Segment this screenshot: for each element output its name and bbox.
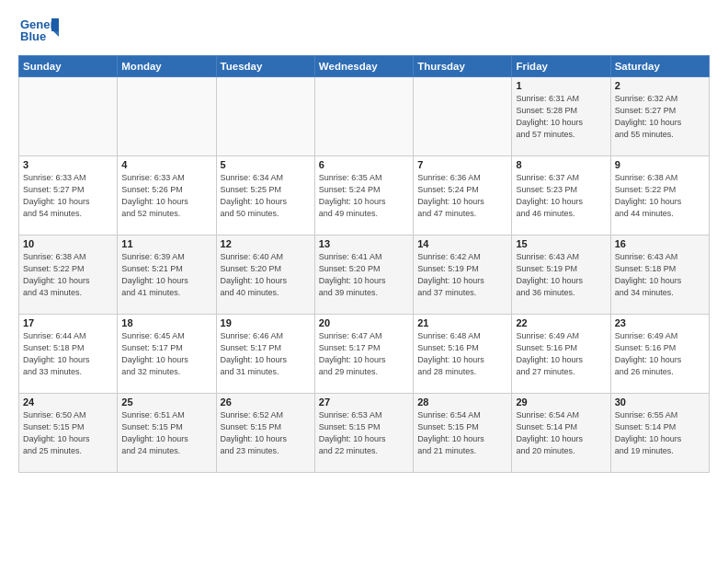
calendar-cell: 15Sunrise: 6:43 AM Sunset: 5:19 PM Dayli… bbox=[512, 236, 610, 315]
day-info: Sunrise: 6:49 AM Sunset: 5:16 PM Dayligh… bbox=[615, 330, 705, 378]
calendar-week-4: 24Sunrise: 6:50 AM Sunset: 5:15 PM Dayli… bbox=[19, 394, 710, 473]
calendar-cell: 23Sunrise: 6:49 AM Sunset: 5:16 PM Dayli… bbox=[610, 315, 709, 394]
day-number: 2 bbox=[615, 80, 705, 91]
day-number: 26 bbox=[221, 396, 311, 408]
calendar-cell: 29Sunrise: 6:54 AM Sunset: 5:14 PM Dayli… bbox=[512, 394, 610, 473]
day-number: 29 bbox=[516, 396, 606, 408]
day-number: 14 bbox=[417, 238, 507, 249]
day-info: Sunrise: 6:32 AM Sunset: 5:27 PM Dayligh… bbox=[615, 93, 705, 141]
day-info: Sunrise: 6:33 AM Sunset: 5:26 PM Dayligh… bbox=[121, 172, 211, 220]
day-number: 4 bbox=[121, 159, 211, 170]
weekday-header-wednesday: Wednesday bbox=[314, 56, 413, 77]
day-number: 1 bbox=[516, 80, 606, 91]
calendar-cell: 21Sunrise: 6:48 AM Sunset: 5:16 PM Dayli… bbox=[414, 315, 512, 394]
calendar-body: 1Sunrise: 6:31 AM Sunset: 5:28 PM Daylig… bbox=[19, 77, 710, 473]
calendar-cell: 16Sunrise: 6:43 AM Sunset: 5:18 PM Dayli… bbox=[610, 236, 709, 315]
calendar-cell bbox=[19, 77, 118, 156]
day-number: 24 bbox=[23, 396, 113, 408]
day-info: Sunrise: 6:43 AM Sunset: 5:18 PM Dayligh… bbox=[615, 251, 705, 299]
day-number: 5 bbox=[221, 159, 311, 170]
day-number: 10 bbox=[23, 238, 113, 249]
calendar-cell: 4Sunrise: 6:33 AM Sunset: 5:26 PM Daylig… bbox=[118, 156, 216, 236]
day-info: Sunrise: 6:36 AM Sunset: 5:24 PM Dayligh… bbox=[417, 172, 507, 220]
weekday-header-tuesday: Tuesday bbox=[216, 56, 314, 77]
day-number: 27 bbox=[319, 396, 409, 408]
calendar-cell: 12Sunrise: 6:40 AM Sunset: 5:20 PM Dayli… bbox=[216, 236, 314, 315]
calendar-cell: 14Sunrise: 6:42 AM Sunset: 5:19 PM Dayli… bbox=[414, 236, 512, 315]
day-info: Sunrise: 6:53 AM Sunset: 5:15 PM Dayligh… bbox=[319, 409, 409, 457]
weekday-header-friday: Friday bbox=[512, 56, 610, 77]
calendar-cell: 13Sunrise: 6:41 AM Sunset: 5:20 PM Dayli… bbox=[314, 236, 413, 315]
day-number: 23 bbox=[615, 317, 705, 328]
weekday-row: SundayMondayTuesdayWednesdayThursdayFrid… bbox=[19, 56, 710, 77]
day-info: Sunrise: 6:51 AM Sunset: 5:15 PM Dayligh… bbox=[121, 409, 211, 457]
day-number: 17 bbox=[23, 317, 113, 328]
day-number: 15 bbox=[516, 238, 606, 249]
calendar-cell: 19Sunrise: 6:46 AM Sunset: 5:17 PM Dayli… bbox=[216, 315, 314, 394]
day-info: Sunrise: 6:48 AM Sunset: 5:16 PM Dayligh… bbox=[417, 330, 507, 378]
calendar-cell bbox=[216, 77, 314, 156]
day-number: 18 bbox=[121, 317, 211, 328]
weekday-header-sunday: Sunday bbox=[19, 56, 118, 77]
day-info: Sunrise: 6:40 AM Sunset: 5:20 PM Dayligh… bbox=[221, 251, 311, 299]
day-info: Sunrise: 6:45 AM Sunset: 5:17 PM Dayligh… bbox=[121, 330, 211, 378]
day-info: Sunrise: 6:49 AM Sunset: 5:16 PM Dayligh… bbox=[516, 330, 606, 378]
day-info: Sunrise: 6:42 AM Sunset: 5:19 PM Dayligh… bbox=[417, 251, 507, 299]
calendar-cell bbox=[314, 77, 413, 156]
day-number: 20 bbox=[319, 317, 409, 328]
calendar-week-2: 10Sunrise: 6:38 AM Sunset: 5:22 PM Dayli… bbox=[19, 236, 710, 315]
day-number: 3 bbox=[23, 159, 113, 170]
svg-text:Blue: Blue bbox=[20, 29, 46, 43]
day-info: Sunrise: 6:44 AM Sunset: 5:18 PM Dayligh… bbox=[23, 330, 113, 378]
day-number: 19 bbox=[221, 317, 311, 328]
calendar-cell: 30Sunrise: 6:55 AM Sunset: 5:14 PM Dayli… bbox=[610, 394, 709, 473]
day-info: Sunrise: 6:34 AM Sunset: 5:25 PM Dayligh… bbox=[221, 172, 311, 220]
calendar-cell bbox=[414, 77, 512, 156]
day-number: 28 bbox=[417, 396, 507, 408]
calendar-cell: 17Sunrise: 6:44 AM Sunset: 5:18 PM Dayli… bbox=[19, 315, 118, 394]
day-info: Sunrise: 6:43 AM Sunset: 5:19 PM Dayligh… bbox=[516, 251, 606, 299]
calendar-cell: 1Sunrise: 6:31 AM Sunset: 5:28 PM Daylig… bbox=[512, 77, 610, 156]
calendar-cell: 28Sunrise: 6:54 AM Sunset: 5:15 PM Dayli… bbox=[414, 394, 512, 473]
calendar-cell: 2Sunrise: 6:32 AM Sunset: 5:27 PM Daylig… bbox=[610, 77, 709, 156]
calendar-cell: 10Sunrise: 6:38 AM Sunset: 5:22 PM Dayli… bbox=[19, 236, 118, 315]
page-header: General Blue bbox=[18, 15, 710, 48]
day-info: Sunrise: 6:47 AM Sunset: 5:17 PM Dayligh… bbox=[319, 330, 409, 378]
calendar-cell: 20Sunrise: 6:47 AM Sunset: 5:17 PM Dayli… bbox=[314, 315, 413, 394]
day-number: 22 bbox=[516, 317, 606, 328]
weekday-header-thursday: Thursday bbox=[414, 56, 512, 77]
logo-icon: General Blue bbox=[18, 15, 59, 48]
svg-marker-3 bbox=[51, 18, 59, 31]
day-number: 30 bbox=[615, 396, 705, 408]
day-number: 7 bbox=[417, 159, 507, 170]
calendar-cell: 8Sunrise: 6:37 AM Sunset: 5:23 PM Daylig… bbox=[512, 156, 610, 236]
calendar-header: SundayMondayTuesdayWednesdayThursdayFrid… bbox=[19, 56, 710, 77]
calendar-cell: 25Sunrise: 6:51 AM Sunset: 5:15 PM Dayli… bbox=[118, 394, 216, 473]
calendar-cell: 18Sunrise: 6:45 AM Sunset: 5:17 PM Dayli… bbox=[118, 315, 216, 394]
day-number: 13 bbox=[319, 238, 409, 249]
day-info: Sunrise: 6:31 AM Sunset: 5:28 PM Dayligh… bbox=[516, 93, 606, 141]
weekday-header-monday: Monday bbox=[118, 56, 216, 77]
day-number: 21 bbox=[417, 317, 507, 328]
day-info: Sunrise: 6:38 AM Sunset: 5:22 PM Dayligh… bbox=[23, 251, 113, 299]
calendar-cell: 26Sunrise: 6:52 AM Sunset: 5:15 PM Dayli… bbox=[216, 394, 314, 473]
day-info: Sunrise: 6:38 AM Sunset: 5:22 PM Dayligh… bbox=[615, 172, 705, 220]
day-info: Sunrise: 6:37 AM Sunset: 5:23 PM Dayligh… bbox=[516, 172, 606, 220]
calendar: SundayMondayTuesdayWednesdayThursdayFrid… bbox=[18, 55, 710, 473]
weekday-header-saturday: Saturday bbox=[610, 56, 709, 77]
day-number: 12 bbox=[221, 238, 311, 249]
calendar-cell: 9Sunrise: 6:38 AM Sunset: 5:22 PM Daylig… bbox=[610, 156, 709, 236]
calendar-cell: 5Sunrise: 6:34 AM Sunset: 5:25 PM Daylig… bbox=[216, 156, 314, 236]
calendar-cell bbox=[118, 77, 216, 156]
day-number: 25 bbox=[121, 396, 211, 408]
logo: General Blue bbox=[18, 15, 59, 48]
day-info: Sunrise: 6:46 AM Sunset: 5:17 PM Dayligh… bbox=[221, 330, 311, 378]
day-number: 6 bbox=[319, 159, 409, 170]
calendar-cell: 6Sunrise: 6:35 AM Sunset: 5:24 PM Daylig… bbox=[314, 156, 413, 236]
calendar-cell: 24Sunrise: 6:50 AM Sunset: 5:15 PM Dayli… bbox=[19, 394, 118, 473]
day-info: Sunrise: 6:55 AM Sunset: 5:14 PM Dayligh… bbox=[615, 409, 705, 457]
day-info: Sunrise: 6:41 AM Sunset: 5:20 PM Dayligh… bbox=[319, 251, 409, 299]
calendar-week-3: 17Sunrise: 6:44 AM Sunset: 5:18 PM Dayli… bbox=[19, 315, 710, 394]
day-info: Sunrise: 6:52 AM Sunset: 5:15 PM Dayligh… bbox=[221, 409, 311, 457]
calendar-cell: 22Sunrise: 6:49 AM Sunset: 5:16 PM Dayli… bbox=[512, 315, 610, 394]
